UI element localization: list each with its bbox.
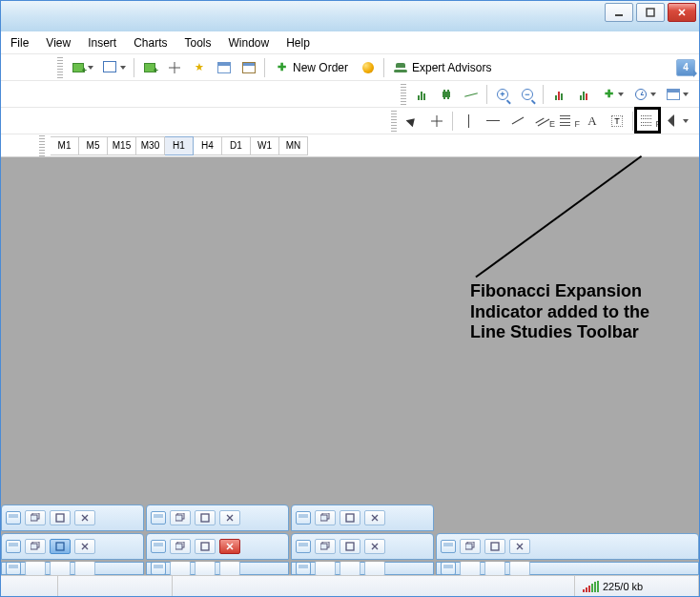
expert-advisors-button[interactable]: Expert Advisors [388, 57, 498, 78]
window-close-button[interactable] [668, 3, 696, 22]
mdi-restore-button[interactable] [460, 539, 481, 554]
timeframe-w1[interactable]: W1 [251, 136, 279, 155]
mdi-close-button[interactable] [74, 539, 95, 554]
timeframe-m5[interactable]: M5 [79, 136, 108, 155]
mdi-maximize-button[interactable] [195, 539, 216, 554]
fibonacci-retracement-button[interactable]: F [556, 111, 579, 132]
navigator-button[interactable] [163, 57, 186, 78]
horizontal-line-button[interactable] [482, 111, 504, 132]
mdi-close-button[interactable] [74, 562, 95, 575]
menu-tools[interactable]: Tools [185, 36, 212, 50]
mdi-restore-button[interactable] [170, 562, 191, 575]
mdi-window[interactable] [146, 562, 289, 575]
data-window-button[interactable]: ★ [188, 57, 211, 78]
mdi-close-button[interactable] [74, 510, 95, 525]
strategy-tester-button[interactable] [237, 57, 260, 78]
chart-shift-button[interactable] [572, 84, 595, 105]
crosshair-button[interactable] [425, 111, 448, 132]
timeframe-mn[interactable]: MN [279, 136, 308, 155]
menu-window[interactable]: Window [229, 36, 270, 50]
mdi-close-button[interactable] [364, 562, 385, 575]
mdi-maximize-button[interactable] [340, 539, 360, 554]
zoom-in-button[interactable]: + [491, 84, 514, 105]
toolbar-grip[interactable] [39, 135, 45, 156]
trendline-button[interactable] [506, 111, 529, 132]
mdi-maximize-button[interactable] [195, 510, 216, 525]
bar-chart-button[interactable] [410, 84, 433, 105]
mdi-window[interactable] [291, 533, 434, 560]
mdi-restore-button[interactable] [460, 562, 481, 575]
vertical-line-button[interactable] [457, 111, 480, 132]
window-maximize-button[interactable] [636, 3, 665, 22]
timeframe-m15[interactable]: M15 [108, 136, 136, 155]
mdi-window[interactable] [436, 533, 699, 560]
auto-scroll-button[interactable] [547, 84, 570, 105]
candlestick-button[interactable] [435, 84, 458, 105]
mdi-restore-button[interactable] [170, 539, 191, 554]
toolbar-grip[interactable] [57, 57, 63, 78]
terminal-button[interactable] [213, 57, 236, 78]
zoom-out-button[interactable]: − [516, 84, 539, 105]
notifications-badge[interactable]: 4 [676, 59, 695, 76]
mdi-window[interactable] [291, 504, 434, 531]
chart-workspace[interactable]: Fibonacci Expansion Indicator added to t… [1, 157, 699, 575]
arrows-button[interactable] [662, 111, 692, 132]
status-connection[interactable]: 225/0 kb [575, 576, 699, 596]
timeframe-h4[interactable]: H4 [194, 136, 222, 155]
text-button[interactable]: A [581, 111, 604, 132]
mdi-close-button[interactable] [364, 510, 385, 525]
market-watch-button[interactable] [138, 57, 161, 78]
mdi-window[interactable] [1, 504, 144, 531]
timeframe-m1[interactable]: M1 [51, 136, 79, 155]
toolbar-grip[interactable] [401, 84, 406, 105]
window-minimize-button[interactable] [605, 3, 633, 22]
new-order-button[interactable]: ✚ New Order [269, 57, 355, 78]
mdi-close-button[interactable] [219, 539, 240, 554]
autotrading-button[interactable] [357, 57, 380, 78]
mdi-close-button[interactable] [219, 510, 240, 525]
mdi-close-button[interactable] [364, 539, 385, 554]
mdi-maximize-button[interactable] [340, 510, 360, 525]
timeframe-h1[interactable]: H1 [165, 136, 194, 155]
mdi-restore-button[interactable] [315, 562, 336, 575]
cursor-button[interactable] [401, 111, 423, 132]
mdi-maximize-button[interactable] [195, 562, 216, 575]
fibonacci-expansion-button[interactable]: F [637, 111, 660, 132]
mdi-maximize-button[interactable] [484, 562, 505, 575]
mdi-restore-button[interactable] [25, 539, 46, 554]
mdi-window-active[interactable] [146, 533, 289, 560]
mdi-restore-button[interactable] [25, 562, 46, 575]
text-label-button[interactable]: T [606, 111, 628, 132]
periodicity-button[interactable] [629, 84, 660, 105]
mdi-restore-button[interactable] [315, 539, 336, 554]
mdi-window[interactable] [1, 533, 144, 560]
mdi-maximize-button[interactable] [484, 539, 505, 554]
mdi-window[interactable] [291, 562, 434, 575]
menu-charts[interactable]: Charts [134, 36, 167, 50]
mdi-window[interactable] [146, 504, 289, 531]
menu-view[interactable]: View [46, 36, 71, 50]
mdi-maximize-button[interactable] [50, 539, 71, 554]
mdi-restore-button[interactable] [315, 510, 336, 525]
mdi-close-button[interactable] [219, 562, 240, 575]
menu-file[interactable]: File [10, 36, 29, 50]
mdi-restore-button[interactable] [170, 510, 191, 525]
templates-button[interactable] [662, 84, 692, 105]
mdi-close-button[interactable] [509, 562, 530, 575]
new-chart-button[interactable] [67, 57, 97, 78]
equidistant-channel-button[interactable]: E [531, 111, 554, 132]
timeframe-m30[interactable]: M30 [136, 136, 165, 155]
line-chart-button[interactable] [460, 84, 483, 105]
mdi-maximize-button[interactable] [50, 510, 71, 525]
mdi-maximize-button[interactable] [340, 562, 360, 575]
indicators-button[interactable]: ✚ [597, 84, 628, 105]
mdi-window[interactable] [436, 562, 699, 575]
toolbar-grip[interactable] [391, 111, 397, 132]
mdi-window[interactable] [1, 562, 144, 575]
timeframe-d1[interactable]: D1 [222, 136, 251, 155]
menu-help[interactable]: Help [286, 36, 310, 50]
mdi-maximize-button[interactable] [50, 562, 71, 575]
profiles-button[interactable] [99, 57, 130, 78]
menu-insert[interactable]: Insert [88, 36, 116, 50]
mdi-restore-button[interactable] [25, 510, 46, 525]
